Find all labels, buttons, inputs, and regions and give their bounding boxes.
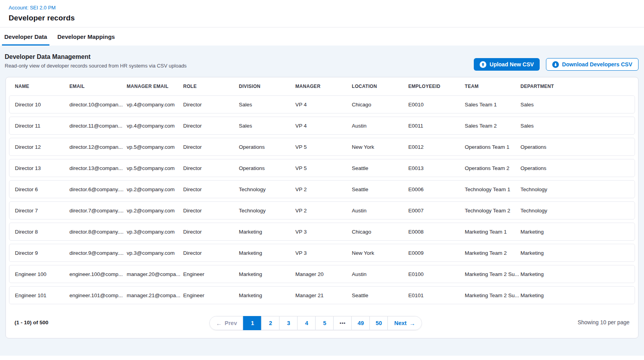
cell-role: Director xyxy=(183,102,239,108)
cell-department: Marketing xyxy=(520,271,635,277)
table-row[interactable]: Engineer 101engineer.101@comp...manager.… xyxy=(9,286,635,304)
account-breadcrumb-link[interactable]: Account: SEI 2.0 PM xyxy=(9,5,56,11)
page-button-50[interactable]: 50 xyxy=(369,316,388,330)
table-header-row: NAMEEMAILMANAGER EMAILROLEDIVISIONMANAGE… xyxy=(6,77,638,95)
cell-role: Director xyxy=(183,123,239,129)
table-row[interactable]: Engineer 100engineer.100@comp...manager.… xyxy=(9,265,635,283)
cell-department: Marketing xyxy=(520,229,635,235)
cell-manager-email: vp.4@company.com xyxy=(127,123,183,129)
page-title: Developer records xyxy=(9,14,635,22)
table-row[interactable]: Director 13director.13@compan...vp.5@com… xyxy=(9,159,635,177)
cell-name: Engineer 101 xyxy=(15,292,69,298)
cell-email: director.8@company.... xyxy=(69,229,127,235)
table-row[interactable]: Director 10director.10@compan...vp.4@com… xyxy=(9,95,635,113)
developer-table-card: NAMEEMAILMANAGER EMAILROLEDIVISIONMANAGE… xyxy=(5,77,639,338)
table-row[interactable]: Director 6director.6@company....vp.2@com… xyxy=(9,180,635,198)
cell-manager-email: vp.3@company.com xyxy=(127,250,183,256)
prev-label: Prev xyxy=(225,320,237,326)
cell-location: Seattle xyxy=(352,292,408,298)
cell-team: Marketing Team 2 xyxy=(465,250,520,256)
cell-department: Sales xyxy=(520,102,635,108)
table-row[interactable]: Director 9director.9@company....vp.3@com… xyxy=(9,244,635,262)
cell-name: Engineer 100 xyxy=(15,271,69,277)
cell-employee-id: E0006 xyxy=(408,186,465,192)
column-header-role: ROLE xyxy=(183,84,239,89)
cell-location: Seattle xyxy=(352,186,408,192)
cell-employee-id: E0101 xyxy=(408,292,465,298)
cell-division: Operations xyxy=(239,144,295,150)
column-header-name: NAME xyxy=(15,84,69,89)
column-header-employeeid: EMPLOYEEID xyxy=(408,84,465,89)
page-button-5[interactable]: 5 xyxy=(315,316,334,330)
cell-name: Director 9 xyxy=(15,250,69,256)
prev-page-button[interactable]: ←Prev xyxy=(209,316,244,330)
table-row[interactable]: Director 12director.12@compan...vp.5@com… xyxy=(9,138,635,156)
cell-location: Austin xyxy=(352,123,408,129)
page-ellipsis-button[interactable]: ••• xyxy=(333,316,352,330)
page-button-49[interactable]: 49 xyxy=(351,316,370,330)
next-page-button[interactable]: Next→ xyxy=(387,316,422,330)
table-row[interactable]: Director 8director.8@company....vp.3@com… xyxy=(9,223,635,241)
cell-manager: VP 5 xyxy=(295,165,352,171)
cell-name: Director 10 xyxy=(15,102,69,108)
cell-manager-email: vp.2@company.com xyxy=(127,208,183,214)
cell-location: Chicago xyxy=(352,229,408,235)
page-header: Account: SEI 2.0 PM Developer records xyxy=(0,0,644,27)
table-row[interactable]: Director 7director.7@company....vp.2@com… xyxy=(9,201,635,219)
page-button-4[interactable]: 4 xyxy=(297,316,316,330)
cell-employee-id: E0007 xyxy=(408,208,465,214)
page-button-2[interactable]: 2 xyxy=(261,316,280,330)
cell-employee-id: E0010 xyxy=(408,102,465,108)
per-page-text: Showing 10 per page xyxy=(578,319,629,325)
cell-division: Technology xyxy=(239,186,295,192)
cell-employee-id: E0009 xyxy=(408,250,465,256)
cell-department: Operations xyxy=(520,165,635,171)
upload-new-csv-button[interactable]: Upload New CSV xyxy=(474,58,540,71)
cell-department: Marketing xyxy=(520,250,635,256)
cell-manager: VP 2 xyxy=(295,208,352,214)
section-title: Developer Data Management xyxy=(5,53,187,60)
cell-manager-email: vp.5@company.com xyxy=(127,144,183,150)
cell-team: Sales Team 2 xyxy=(465,123,520,129)
cell-department: Technology xyxy=(520,208,635,214)
cell-employee-id: E0013 xyxy=(408,165,465,171)
table-body: Director 10director.10@compan...vp.4@com… xyxy=(6,95,638,308)
cell-name: Director 8 xyxy=(15,229,69,235)
download-button-label: Download Developers CSV xyxy=(562,61,632,68)
tabs: Developer DataDeveloper Mappings xyxy=(0,27,644,46)
column-header-team: TEAM xyxy=(465,84,520,89)
cell-role: Director xyxy=(183,229,239,235)
cell-role: Director xyxy=(183,186,239,192)
cell-manager-email: vp.3@company.com xyxy=(127,229,183,235)
cell-role: Director xyxy=(183,165,239,171)
cell-manager: Manager 20 xyxy=(295,271,352,277)
cell-name: Director 13 xyxy=(15,165,69,171)
download-developers-csv-button[interactable]: Download Developers CSV xyxy=(546,58,639,71)
tab-developer-data[interactable]: Developer Data xyxy=(2,27,49,46)
cell-email: engineer.100@comp... xyxy=(69,271,127,277)
cell-team: Marketing Team 2 Su... xyxy=(465,271,520,277)
cell-team: Sales Team 1 xyxy=(465,102,520,108)
cell-name: Director 7 xyxy=(15,208,69,214)
cell-department: Marketing xyxy=(520,292,635,298)
page-button-3[interactable]: 3 xyxy=(279,316,298,330)
circle-arrow-down-icon xyxy=(552,61,559,68)
cell-team: Operations Team 2 xyxy=(465,165,520,171)
circle-arrow-up-icon xyxy=(480,61,486,68)
pager: ←Prev12345•••4950Next→ xyxy=(209,316,422,330)
column-header-department: DEPARTMENT xyxy=(520,84,638,89)
cell-email: director.11@compan... xyxy=(69,123,127,129)
cell-division: Marketing xyxy=(239,271,295,277)
table-row[interactable]: Director 11director.11@compan...vp.4@com… xyxy=(9,117,635,135)
page-button-1[interactable]: 1 xyxy=(243,316,262,330)
cell-department: Sales xyxy=(520,123,635,129)
cell-manager-email: vp.5@company.com xyxy=(127,165,183,171)
cell-team: Marketing Team 1 xyxy=(465,229,520,235)
header-buttons: Upload New CSV Download Developers CSV xyxy=(474,58,639,71)
cell-manager: VP 4 xyxy=(295,102,352,108)
cell-manager: VP 3 xyxy=(295,250,352,256)
cell-division: Marketing xyxy=(239,250,295,256)
cell-manager: VP 5 xyxy=(295,144,352,150)
tab-developer-mappings[interactable]: Developer Mappings xyxy=(55,27,117,46)
arrow-right-icon: → xyxy=(409,320,415,326)
